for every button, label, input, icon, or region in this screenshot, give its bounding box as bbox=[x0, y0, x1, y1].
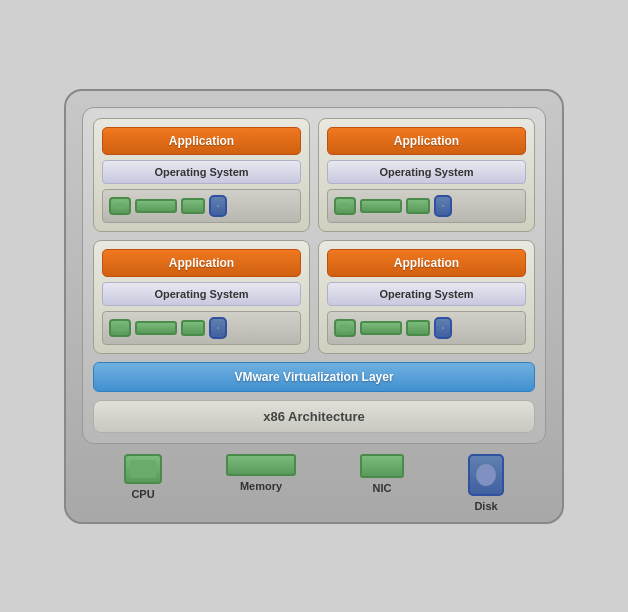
hw-item-nic: NIC bbox=[360, 454, 404, 494]
app-label-2-1: Application bbox=[102, 249, 301, 277]
cpu-icon-2-2 bbox=[334, 319, 356, 337]
disk-icon-1-2 bbox=[434, 195, 452, 217]
nic-label: NIC bbox=[373, 482, 392, 494]
nic-icon-2-1 bbox=[181, 320, 205, 336]
bottom-hardware: CPU Memory NIC Disk bbox=[82, 454, 546, 512]
os-label-2-1: Operating System bbox=[102, 282, 301, 306]
ram-icon-2-1 bbox=[135, 321, 177, 335]
nic-icon-1-2 bbox=[406, 198, 430, 214]
os-label-2-2: Operating System bbox=[327, 282, 526, 306]
os-label-1-2: Operating System bbox=[327, 160, 526, 184]
cpu-icon-2-1 bbox=[109, 319, 131, 337]
hw-icons-2-2 bbox=[327, 311, 526, 345]
big-nic-icon bbox=[360, 454, 404, 478]
cpu-icon-1-1 bbox=[109, 197, 131, 215]
big-cpu-icon bbox=[124, 454, 162, 484]
virtualization-layer-bar: VMware Virtualization Layer bbox=[93, 362, 535, 392]
disk-label: Disk bbox=[474, 500, 497, 512]
app-label-1-2: Application bbox=[327, 127, 526, 155]
disk-icon-1-1 bbox=[209, 195, 227, 217]
ram-icon-1-2 bbox=[360, 199, 402, 213]
main-diagram: Application Operating System Application… bbox=[64, 89, 564, 524]
virtualization-container: Application Operating System Application… bbox=[82, 107, 546, 444]
vm-box-1-2: Application Operating System bbox=[318, 118, 535, 232]
vm-row-2: Application Operating System Application… bbox=[93, 240, 535, 354]
disk-icon-2-2 bbox=[434, 317, 452, 339]
hw-icons-1-2 bbox=[327, 189, 526, 223]
nic-icon-2-2 bbox=[406, 320, 430, 336]
big-ram-icon bbox=[226, 454, 296, 476]
big-disk-icon bbox=[468, 454, 504, 496]
vm-box-2-1: Application Operating System bbox=[93, 240, 310, 354]
vm-box-2-2: Application Operating System bbox=[318, 240, 535, 354]
os-label-1-1: Operating System bbox=[102, 160, 301, 184]
hw-item-disk: Disk bbox=[468, 454, 504, 512]
app-label-1-1: Application bbox=[102, 127, 301, 155]
vm-row-1: Application Operating System Application… bbox=[93, 118, 535, 232]
nic-icon-1-1 bbox=[181, 198, 205, 214]
cpu-label: CPU bbox=[131, 488, 154, 500]
hw-icons-2-1 bbox=[102, 311, 301, 345]
memory-label: Memory bbox=[240, 480, 282, 492]
app-label-2-2: Application bbox=[327, 249, 526, 277]
vm-box-1-1: Application Operating System bbox=[93, 118, 310, 232]
architecture-bar: x86 Architecture bbox=[93, 400, 535, 433]
ram-icon-2-2 bbox=[360, 321, 402, 335]
cpu-icon-1-2 bbox=[334, 197, 356, 215]
hw-item-cpu: CPU bbox=[124, 454, 162, 500]
ram-icon-1-1 bbox=[135, 199, 177, 213]
hw-icons-1-1 bbox=[102, 189, 301, 223]
disk-icon-2-1 bbox=[209, 317, 227, 339]
hw-item-memory: Memory bbox=[226, 454, 296, 492]
vm-rows: Application Operating System Application… bbox=[93, 118, 535, 354]
